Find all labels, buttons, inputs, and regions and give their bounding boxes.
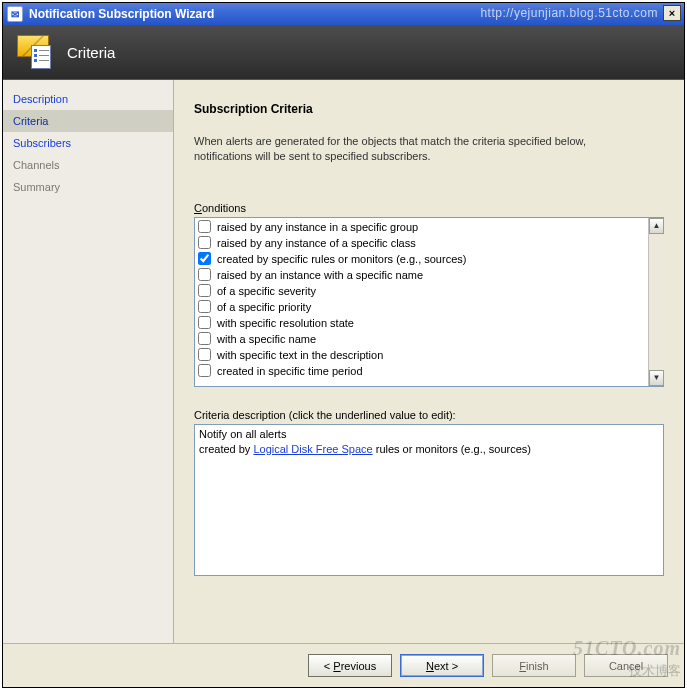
condition-row[interactable]: with a specific name bbox=[197, 331, 646, 347]
condition-row[interactable]: created by specific rules or monitors (e… bbox=[197, 251, 646, 267]
app-icon: ✉ bbox=[7, 6, 23, 22]
condition-row[interactable]: with specific resolution state bbox=[197, 315, 646, 331]
condition-label: of a specific priority bbox=[217, 301, 311, 313]
sidebar-item-description[interactable]: Description bbox=[3, 88, 173, 110]
criteria-description-box[interactable]: Notify on all alerts created by Logical … bbox=[194, 424, 664, 576]
condition-label: with specific text in the description bbox=[217, 349, 383, 361]
condition-row[interactable]: raised by any instance of a specific cla… bbox=[197, 235, 646, 251]
condition-checkbox[interactable] bbox=[198, 300, 211, 313]
conditions-items: raised by any instance in a specific gro… bbox=[195, 218, 648, 386]
sidebar: DescriptionCriteriaSubscribersChannelsSu… bbox=[3, 80, 174, 643]
titlebar[interactable]: ✉ Notification Subscription Wizard http:… bbox=[3, 3, 684, 25]
sidebar-item-channels: Channels bbox=[3, 154, 173, 176]
main-panel: Subscription Criteria When alerts are ge… bbox=[174, 80, 684, 643]
sidebar-item-subscribers[interactable]: Subscribers bbox=[3, 132, 173, 154]
condition-checkbox[interactable] bbox=[198, 364, 211, 377]
window-title: Notification Subscription Wizard bbox=[29, 7, 214, 21]
scroll-track[interactable] bbox=[649, 234, 664, 370]
condition-row[interactable]: of a specific priority bbox=[197, 299, 646, 315]
condition-label: created in specific time period bbox=[217, 365, 363, 377]
condition-checkbox[interactable] bbox=[198, 332, 211, 345]
condition-row[interactable]: of a specific severity bbox=[197, 283, 646, 299]
criteria-line1: Notify on all alerts bbox=[199, 427, 659, 442]
condition-row[interactable]: created in specific time period bbox=[197, 363, 646, 379]
conditions-listbox[interactable]: raised by any instance in a specific gro… bbox=[194, 217, 664, 387]
footer: < Previous Next > Finish Cancel bbox=[3, 643, 684, 687]
banner: Criteria bbox=[3, 25, 684, 80]
condition-checkbox[interactable] bbox=[198, 220, 211, 233]
condition-label: raised by an instance with a specific na… bbox=[217, 269, 423, 281]
criteria-value-link[interactable]: Logical Disk Free Space bbox=[253, 443, 372, 455]
finish-button[interactable]: Finish bbox=[492, 654, 576, 677]
banner-icon bbox=[17, 35, 53, 69]
banner-title: Criteria bbox=[67, 44, 115, 61]
condition-row[interactable]: raised by an instance with a specific na… bbox=[197, 267, 646, 283]
condition-checkbox[interactable] bbox=[198, 252, 211, 265]
condition-checkbox[interactable] bbox=[198, 268, 211, 281]
condition-row[interactable]: raised by any instance in a specific gro… bbox=[197, 219, 646, 235]
wizard-window: ✉ Notification Subscription Wizard http:… bbox=[2, 2, 685, 688]
condition-checkbox[interactable] bbox=[198, 316, 211, 329]
condition-label: with specific resolution state bbox=[217, 317, 354, 329]
criteria-line2: created by Logical Disk Free Space rules… bbox=[199, 442, 659, 457]
body: DescriptionCriteriaSubscribersChannelsSu… bbox=[3, 80, 684, 643]
condition-checkbox[interactable] bbox=[198, 348, 211, 361]
cancel-button[interactable]: Cancel bbox=[584, 654, 668, 677]
source-url-watermark: http://yejunjian.blog.51cto.com bbox=[480, 6, 658, 20]
scroll-up-button[interactable]: ▲ bbox=[649, 218, 664, 234]
scrollbar[interactable]: ▲ ▼ bbox=[648, 218, 664, 386]
condition-checkbox[interactable] bbox=[198, 236, 211, 249]
previous-button[interactable]: < Previous bbox=[308, 654, 392, 677]
condition-label: of a specific severity bbox=[217, 285, 316, 297]
sidebar-item-summary: Summary bbox=[3, 176, 173, 198]
conditions-label: Conditions bbox=[194, 202, 664, 214]
sidebar-item-criteria[interactable]: Criteria bbox=[3, 110, 173, 132]
condition-label: raised by any instance in a specific gro… bbox=[217, 221, 418, 233]
condition-label: raised by any instance of a specific cla… bbox=[217, 237, 416, 249]
condition-label: created by specific rules or monitors (e… bbox=[217, 253, 466, 265]
next-button[interactable]: Next > bbox=[400, 654, 484, 677]
intro-text: When alerts are generated for the object… bbox=[194, 134, 624, 164]
criteria-desc-label: Criteria description (click the underlin… bbox=[194, 409, 664, 421]
condition-label: with a specific name bbox=[217, 333, 316, 345]
condition-row[interactable]: with specific text in the description bbox=[197, 347, 646, 363]
page-heading: Subscription Criteria bbox=[194, 102, 664, 116]
close-button[interactable]: × bbox=[663, 5, 681, 21]
condition-checkbox[interactable] bbox=[198, 284, 211, 297]
scroll-down-button[interactable]: ▼ bbox=[649, 370, 664, 386]
